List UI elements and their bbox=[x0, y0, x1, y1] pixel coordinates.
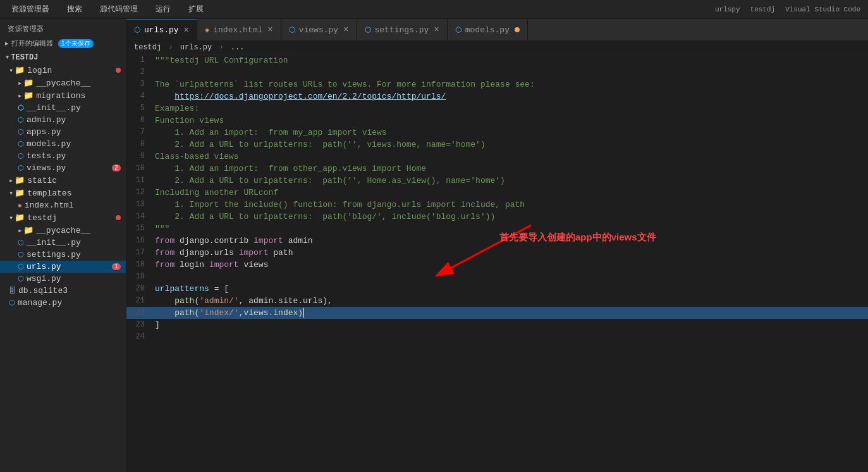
code-line-1: 1 """testdj URL Configuration bbox=[126, 54, 868, 66]
tree-item-admin[interactable]: ⬡ admin.py bbox=[0, 114, 126, 126]
tab-label: models.py bbox=[465, 25, 510, 35]
tree-item-templates[interactable]: ▾ 📁 templates bbox=[0, 187, 126, 199]
tree-item-views[interactable]: ⬡ views.py 2 bbox=[0, 162, 126, 174]
code-editor[interactable]: 1 """testdj URL Configuration 2 3 The `u… bbox=[126, 54, 868, 472]
tree-item-init-login[interactable]: ⬡ __init__.py bbox=[0, 102, 126, 114]
tree-root[interactable]: ▾ TESTDJ bbox=[0, 51, 126, 64]
line-content: 1. Import the include() function: from d… bbox=[155, 199, 868, 211]
line-number: 17 bbox=[126, 247, 155, 259]
tab-settings[interactable]: ⬡ settings.py × bbox=[357, 19, 448, 40]
code-line-24: 24 bbox=[126, 331, 868, 343]
code-line-17: 17 from django.urls import path bbox=[126, 247, 868, 259]
db-icon: 🗄 bbox=[9, 287, 16, 295]
chevron-down-icon: ▾ bbox=[9, 189, 13, 198]
tree-item-models-login[interactable]: ⬡ models.py bbox=[0, 138, 126, 150]
main-layout: 资源管理器 ▸ 打开的编辑器 1个未保存 ▾ TESTDJ ▾ 📁 login bbox=[0, 19, 868, 472]
menu-extensions[interactable]: 扩展 bbox=[185, 3, 207, 16]
tree-label: __pycache__ bbox=[36, 78, 90, 88]
tree-item-urls[interactable]: ⬡ urls.py 1 bbox=[0, 261, 126, 273]
tab-label: index.html bbox=[213, 25, 262, 35]
line-content: 2. Add a URL to urlpatterns: path('', vi… bbox=[155, 139, 868, 151]
tree-item-indexhtml[interactable]: ◈ index.html bbox=[0, 199, 126, 211]
tree-label: admin.py bbox=[27, 115, 66, 125]
code-line-12: 12 Including another URLconf bbox=[126, 187, 868, 199]
tree-label: apps.py bbox=[27, 127, 61, 137]
tab-views[interactable]: ⬡ views.py × bbox=[281, 19, 357, 40]
breadcrumb-sep1: › bbox=[168, 43, 173, 52]
py-tab-icon: ⬡ bbox=[134, 25, 140, 35]
tree-label: urls.py bbox=[27, 262, 61, 271]
tree-item-testdj[interactable]: ▾ 📁 testdj bbox=[0, 211, 126, 224]
tree-label: manage.py bbox=[18, 298, 62, 307]
line-number: 19 bbox=[126, 271, 155, 283]
py-icon: ⬡ bbox=[18, 128, 24, 136]
tree-item-pycache-testdj[interactable]: ▸ 📁 __pycache__ bbox=[0, 224, 126, 237]
modified-dot-icon bbox=[515, 27, 520, 32]
line-number: 15 bbox=[126, 223, 155, 235]
line-number: 12 bbox=[126, 187, 155, 199]
tree-item-apps[interactable]: ⬡ apps.py bbox=[0, 126, 126, 138]
tab-label: urls.py bbox=[144, 25, 179, 35]
py-tab-icon: ⬡ bbox=[455, 25, 462, 35]
line-content: Examples: bbox=[155, 102, 868, 115]
tree-item-init-testdj[interactable]: ⬡ __init__.py bbox=[0, 237, 126, 249]
line-number: 4 bbox=[126, 90, 155, 102]
tab-close-icon[interactable]: × bbox=[434, 25, 439, 35]
tree-item-login[interactable]: ▾ 📁 login bbox=[0, 64, 126, 77]
line-number: 21 bbox=[126, 295, 155, 307]
code-line-15: 15 """ bbox=[126, 223, 868, 235]
code-line-23: 23 ] bbox=[126, 319, 868, 331]
line-content bbox=[155, 66, 868, 78]
code-line-19: 19 bbox=[126, 271, 868, 283]
tab-close-icon[interactable]: × bbox=[343, 25, 348, 35]
tree-item-migrations[interactable]: ▸ 📁 migrations bbox=[0, 89, 126, 102]
tree-item-pycache-login[interactable]: ▸ 📁 __pycache__ bbox=[0, 77, 126, 89]
open-editors-section[interactable]: ▸ 打开的编辑器 1个未保存 bbox=[0, 36, 126, 51]
tab-urls[interactable]: ⬡ urls.py × bbox=[126, 19, 197, 40]
chevron-right-icon: ▸ bbox=[18, 91, 22, 101]
modified-dot bbox=[116, 68, 121, 73]
tab-label: views.py bbox=[299, 25, 338, 35]
py-tab-icon: ⬡ bbox=[289, 25, 295, 35]
right-menu-1: urlspy bbox=[715, 6, 740, 13]
tab-close-icon[interactable]: × bbox=[184, 25, 189, 35]
tree-label: wsgi.py bbox=[27, 274, 61, 283]
code-line-13: 13 1. Import the include() function: fro… bbox=[126, 199, 868, 211]
line-number: 2 bbox=[126, 66, 155, 78]
menu-explorer[interactable]: 资源管理器 bbox=[8, 3, 53, 16]
menu-source[interactable]: 源代码管理 bbox=[96, 3, 142, 16]
code-line-21: 21 path('admin/', admin.site.urls), bbox=[126, 295, 868, 307]
tab-index[interactable]: ◈ index.html × bbox=[197, 19, 281, 40]
code-line-6: 6 Function views bbox=[126, 115, 868, 127]
menu-search[interactable]: 搜索 bbox=[63, 3, 86, 16]
app-container: 资源管理器 搜索 源代码管理 运行 扩展 urlspy testdj Visua… bbox=[0, 0, 868, 472]
tree-label: templates bbox=[27, 189, 71, 198]
tab-label: settings.py bbox=[375, 25, 429, 35]
code-line-14: 14 2. Add a URL to urlpatterns: path('bl… bbox=[126, 211, 868, 223]
right-menu-2: testdj bbox=[750, 6, 776, 13]
sidebar: 资源管理器 ▸ 打开的编辑器 1个未保存 ▾ TESTDJ ▾ 📁 login bbox=[0, 19, 126, 472]
py-icon: ⬡ bbox=[18, 116, 24, 124]
menu-run[interactable]: 运行 bbox=[152, 3, 174, 16]
tab-close-icon[interactable]: × bbox=[267, 25, 272, 35]
tree-label: __init__.py bbox=[27, 103, 81, 113]
tree-item-manage[interactable]: ⬡ manage.py bbox=[0, 297, 126, 309]
tree-item-db[interactable]: 🗄 db.sqlite3 bbox=[0, 285, 126, 297]
line-content: urlpatterns = [ bbox=[155, 283, 868, 295]
line-content bbox=[155, 271, 868, 283]
folder-icon: 📁 bbox=[23, 225, 34, 235]
tree-item-static[interactable]: ▸ 📁 static bbox=[0, 174, 126, 187]
line-content: 2. Add a URL to urlpatterns: path('blog/… bbox=[155, 211, 868, 223]
line-number: 18 bbox=[126, 259, 155, 271]
line-content: The `urlpatterns` list routes URLs to vi… bbox=[155, 78, 868, 90]
tree-item-tests[interactable]: ⬡ tests.py bbox=[0, 150, 126, 162]
tab-models[interactable]: ⬡ models.py bbox=[448, 19, 528, 40]
py-icon: ⬡ bbox=[18, 275, 24, 283]
folder-icon: 📁 bbox=[15, 65, 25, 75]
tree-item-wsgi[interactable]: ⬡ wsgi.py bbox=[0, 273, 126, 285]
tree-item-settings[interactable]: ⬡ settings.py bbox=[0, 249, 126, 261]
chevron-down-icon: ▾ bbox=[9, 213, 13, 223]
line-content: from django.contrib import admin bbox=[155, 235, 868, 247]
explorer-title: 资源管理器 bbox=[0, 19, 126, 36]
html-tab-icon: ◈ bbox=[205, 25, 209, 35]
